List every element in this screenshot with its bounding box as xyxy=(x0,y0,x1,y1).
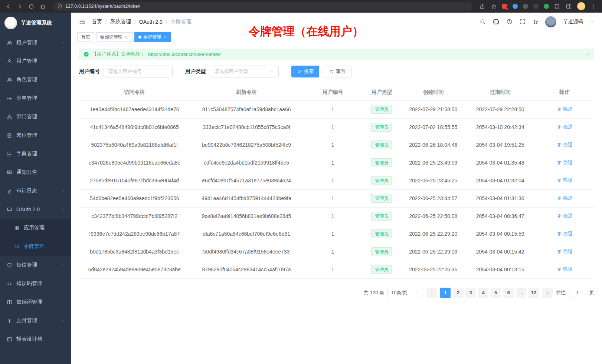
home-icon[interactable] xyxy=(40,3,46,10)
user-name[interactable]: 芋道源码 xyxy=(563,19,583,25)
sidebar-item-post[interactable]: 岗位管理 xyxy=(0,126,71,145)
pagination-page-button[interactable]: 3 xyxy=(465,288,476,298)
pagination-page-button[interactable]: 2 xyxy=(453,288,463,298)
search-button[interactable]: 搜索 xyxy=(291,66,319,77)
hamburger-icon[interactable] xyxy=(79,18,86,25)
tab-sensitive-word[interactable]: 敏感词管理 xyxy=(96,32,132,42)
user-id-input[interactable]: 请输入用户编号 xyxy=(104,66,173,77)
force-logout-button[interactable]: 强退 xyxy=(557,142,573,148)
sidebar-item-sms[interactable]: 短信管理 xyxy=(0,256,71,274)
sidebar-item-menu[interactable]: 菜单管理 xyxy=(0,89,71,107)
sidebar-item-sensitive-word[interactable]: 敏感词管理 xyxy=(0,293,71,311)
force-logout-button[interactable]: 强退 xyxy=(557,231,573,237)
help-icon[interactable] xyxy=(506,19,513,25)
user-type-select[interactable]: 请选择用户类型 xyxy=(210,66,279,77)
site-info-icon[interactable] xyxy=(57,4,62,9)
tab-close-icon[interactable] xyxy=(163,35,167,39)
breadcrumb-item[interactable]: 首页 xyxy=(92,19,102,25)
report-icon xyxy=(7,337,12,342)
access-token-cell: 54d6be82ee5a460a9aedc1f9bf223656 xyxy=(79,189,190,207)
force-logout-button[interactable]: 强退 xyxy=(557,177,573,184)
sidebar-item-dept[interactable]: 部门管理 xyxy=(0,107,71,126)
force-logout-label: 强退 xyxy=(563,231,573,237)
browser-menu-icon[interactable] xyxy=(590,3,597,10)
refresh-token-cell: 9ce8ef2aa9f14056b831ae9b608e28d5 xyxy=(190,207,303,225)
sidebar-item-audit-log[interactable]: 审计日志 xyxy=(0,182,71,200)
sidebar-item-label: 字典管理 xyxy=(16,150,65,157)
chevron-down-icon xyxy=(61,189,65,193)
pagination-page-button[interactable]: 12 xyxy=(529,288,539,298)
back-icon[interactable] xyxy=(5,3,12,10)
pagination-page-button[interactable]: 1 xyxy=(440,288,451,298)
pagination-more-button[interactable]: ... xyxy=(516,288,526,298)
share-icon[interactable] xyxy=(479,3,485,10)
user-type-cell: 管理员 xyxy=(362,225,401,243)
breadcrumb-item[interactable]: OAuth 2.0 xyxy=(139,19,163,25)
alert-close-icon[interactable] xyxy=(586,52,590,56)
action-cell: 强退 xyxy=(535,189,594,207)
force-logout-button[interactable]: 强退 xyxy=(557,106,573,113)
sidebar-item-user[interactable]: 用户管理 xyxy=(0,52,71,70)
sidebar-item-oauth2-app[interactable]: 应用管理 xyxy=(0,219,71,237)
extension-icon-3[interactable] xyxy=(523,4,528,9)
force-logout-button[interactable]: 强退 xyxy=(557,195,573,202)
search-icon[interactable] xyxy=(480,19,486,25)
address-bar[interactable]: 127.0.0.1:1024/system/oauth2/token xyxy=(53,2,472,11)
user-menu-caret-icon[interactable] xyxy=(590,20,594,24)
user-type-cell: 管理员 xyxy=(362,189,401,207)
sidebar-item-notice[interactable]: 通知公告 xyxy=(0,163,71,182)
reset-button[interactable]: 重置 xyxy=(323,66,351,77)
access-token-cell: b0d1785bc3a8482f812db4a3f3bd15ec xyxy=(79,243,190,261)
sidebar-item-report-designer[interactable]: 报表设计器 xyxy=(0,330,71,348)
trash-icon xyxy=(557,125,562,129)
expire-time-cell: 2054-03-04 01:31:36 xyxy=(465,189,535,207)
tab-close-icon[interactable] xyxy=(124,35,128,39)
sidebar-item-oauth2-token[interactable]: 令牌管理 xyxy=(0,237,71,256)
user-avatar[interactable] xyxy=(545,16,556,27)
force-logout-button[interactable]: 强退 xyxy=(557,213,573,219)
force-logout-button[interactable]: 强退 xyxy=(557,124,573,130)
table-row: f9336e7c7dd242a283ee98dc86b17a87dfa6c71a… xyxy=(79,225,594,243)
alert-doc-link[interactable]: https://doc.iocoder.cn/user-center/ xyxy=(148,52,221,57)
sidebar-item-oauth2[interactable]: OAuth 2.0 xyxy=(0,200,71,219)
pagination-page-button[interactable]: 5 xyxy=(491,288,501,298)
page-size-select[interactable]: 10条/页 xyxy=(387,288,423,298)
tab-home[interactable]: 首页 xyxy=(77,32,94,42)
extension-icon-1[interactable] xyxy=(502,4,507,9)
force-logout-button[interactable]: 强退 xyxy=(557,248,573,255)
action-cell: 强退 xyxy=(535,225,594,243)
browser-profile-avatar[interactable] xyxy=(577,2,585,10)
extension-icon-4[interactable] xyxy=(533,4,539,9)
pagination-goto-input[interactable] xyxy=(569,288,586,298)
pagination-next-button[interactable] xyxy=(542,288,553,298)
pagination-page-button[interactable]: 6 xyxy=(503,288,514,298)
breadcrumb-item[interactable]: 系统管理 xyxy=(110,19,131,25)
force-logout-button[interactable]: 强退 xyxy=(557,159,573,166)
sidebar-item-label: 令牌管理 xyxy=(24,243,65,250)
tab-token[interactable]: 令牌管理 xyxy=(134,32,171,42)
sidebar-item-role[interactable]: 角色管理 xyxy=(0,70,71,89)
pagination-prev-button[interactable] xyxy=(426,288,437,298)
app-window: 芋道管理系统 租户管理用户管理角色管理菜单管理部门管理岗位管理字典管理通知公告审… xyxy=(0,13,602,364)
forward-icon[interactable] xyxy=(17,3,23,10)
force-logout-button[interactable]: 强退 xyxy=(557,266,573,273)
sidebar-item-label: 租户管理 xyxy=(16,39,57,46)
pagination-page-button[interactable]: 4 xyxy=(478,288,488,298)
app-logo[interactable]: 芋道管理系统 xyxy=(0,13,71,33)
bookmark-star-icon[interactable] xyxy=(491,3,497,10)
refresh-token-cell: be90422b8c7946218275a508bf524fc9 xyxy=(190,136,303,154)
fullscreen-icon[interactable] xyxy=(519,19,526,25)
extension-icon-5[interactable] xyxy=(544,4,549,9)
font-size-icon[interactable] xyxy=(532,19,539,25)
sidebar-item-pay[interactable]: 支付管理 xyxy=(0,311,71,330)
refresh-icon[interactable] xyxy=(28,3,35,10)
github-icon[interactable] xyxy=(493,18,500,25)
extension-icon-2[interactable] xyxy=(513,4,518,9)
sidebar-item-error-code[interactable]: 错误码管理 xyxy=(0,274,71,293)
access-token-cell: 41c41346a548490f9dc8b01c6bfe0865 xyxy=(79,118,190,136)
sidebar-item-dict[interactable]: 字典管理 xyxy=(0,145,71,163)
yen-icon xyxy=(7,318,12,324)
extensions-puzzle-icon[interactable] xyxy=(554,3,560,10)
side-panel-icon[interactable] xyxy=(566,3,572,10)
sidebar-item-tenant[interactable]: 租户管理 xyxy=(0,33,71,52)
